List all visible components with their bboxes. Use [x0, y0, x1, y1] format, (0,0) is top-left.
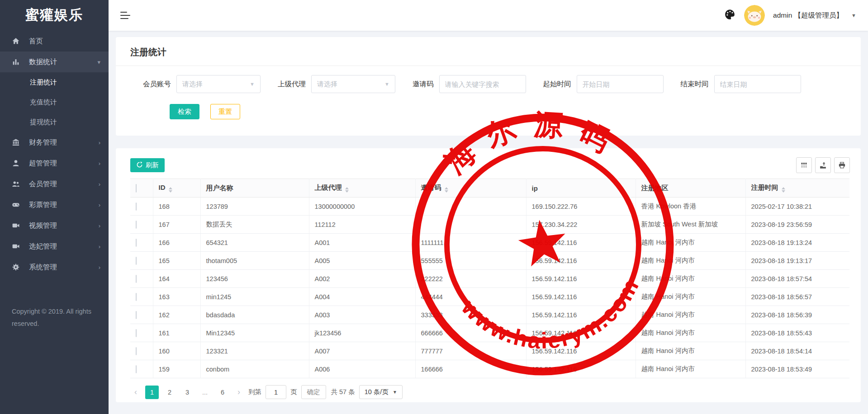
- sidebar-item[interactable]: 系统管理›: [0, 257, 109, 278]
- sidebar-subitem[interactable]: 提现统计: [0, 112, 109, 132]
- row-checkbox[interactable]: [136, 275, 137, 283]
- table-cell: 160: [153, 342, 200, 360]
- registrations-table: ID用户名称上级代理邀请码ip注册地区注册时间 1681237891300000…: [130, 179, 849, 378]
- export-button[interactable]: [815, 157, 831, 173]
- sidebar-item[interactable]: 会员管理›: [0, 174, 109, 194]
- table-cell: 167: [153, 216, 200, 234]
- sidebar: 蜜獾娱乐 首页数据统计▾注册统计充值统计提现统计财务管理›超管管理›会员管理›彩…: [0, 0, 109, 414]
- column-header: 用户名称: [200, 179, 309, 198]
- table-cell: 168: [153, 198, 200, 216]
- table-cell: 越南 Hanoi 河内市: [636, 360, 745, 378]
- row-checkbox[interactable]: [136, 347, 137, 355]
- select-all-checkbox[interactable]: [136, 184, 137, 193]
- sort-icon[interactable]: [345, 187, 349, 193]
- bank-icon: [12, 138, 23, 146]
- sort-icon[interactable]: [445, 187, 448, 193]
- columns-filter-button[interactable]: [796, 157, 812, 173]
- parent-agent-select[interactable]: 请选择▼: [311, 75, 395, 93]
- invite-code-input[interactable]: [439, 75, 526, 93]
- print-button[interactable]: [834, 157, 850, 173]
- row-checkbox[interactable]: [136, 221, 137, 229]
- copyright-text: Copyright © 2019. All rights reserved.: [0, 306, 109, 330]
- sidebar-subitem[interactable]: 充值统计: [0, 92, 109, 112]
- table-cell: 166666: [415, 360, 526, 378]
- theme-palette-icon[interactable]: [724, 9, 736, 22]
- total-count-label: 共 57 条: [331, 388, 355, 396]
- chevron-right-icon: ›: [99, 139, 100, 146]
- table-cell: 1111111: [415, 234, 526, 252]
- row-checkbox[interactable]: [136, 239, 137, 247]
- start-time-input[interactable]: [577, 75, 664, 93]
- table-cell: A007: [309, 342, 415, 360]
- page-button[interactable]: 6: [216, 386, 229, 399]
- goto-label: 到第: [248, 388, 261, 396]
- reset-button[interactable]: 重置: [210, 104, 240, 119]
- table-cell: 555555: [415, 252, 526, 270]
- refresh-button[interactable]: 刷新: [130, 158, 165, 172]
- start-time-filter: 起始时间: [543, 75, 664, 93]
- row-checkbox[interactable]: [136, 329, 137, 337]
- user-avatar[interactable]: [744, 5, 765, 26]
- sidebar-item[interactable]: 数据统计▾: [0, 52, 109, 72]
- page-button[interactable]: 1: [145, 386, 159, 399]
- table-cell: 156.59.142.116: [526, 234, 636, 252]
- table-cell: 2023-08-18 18:54:14: [745, 342, 849, 360]
- confirm-page-button[interactable]: 确定: [301, 385, 326, 399]
- parent-agent-filter: 上级代理请选择▼: [278, 75, 395, 93]
- table-cell: 161: [153, 324, 200, 342]
- search-button[interactable]: 检索: [170, 104, 199, 119]
- chevron-right-icon: ›: [99, 222, 100, 229]
- table-cell: 香港 Kowloon 香港: [636, 198, 745, 216]
- sidebar-item[interactable]: 首页: [0, 31, 109, 52]
- page-button[interactable]: 3: [180, 386, 194, 399]
- sidebar-nav: 首页数据统计▾注册统计充值统计提现统计财务管理›超管管理›会员管理›彩票管理›视…: [0, 31, 109, 278]
- sidebar-item[interactable]: 超管管理›: [0, 153, 109, 174]
- page-title: 注册统计: [116, 37, 861, 66]
- goto-unit-label: 页: [290, 388, 297, 396]
- table-cell: A003: [309, 306, 415, 324]
- menu-toggle-button[interactable]: [120, 9, 131, 21]
- table-row: 164123456A002222222156.59.142.116越南 Hano…: [130, 270, 849, 288]
- table-cell: A005: [309, 252, 415, 270]
- username-label[interactable]: admin 【超级管理员】: [773, 11, 843, 20]
- users-icon: [12, 180, 23, 188]
- sort-icon[interactable]: [782, 187, 785, 193]
- sidebar-item[interactable]: 财务管理›: [0, 132, 109, 153]
- goto-page-input[interactable]: [266, 385, 286, 399]
- caret-down-icon[interactable]: ▼: [851, 13, 856, 18]
- row-checkbox[interactable]: [136, 311, 137, 319]
- table-cell: 169.150.222.76: [526, 198, 636, 216]
- prev-page-button[interactable]: ‹: [130, 387, 141, 397]
- chevron-down-icon: ▾: [97, 59, 100, 66]
- table-cell: 159: [153, 360, 200, 378]
- table-cell: 13000000000: [309, 198, 415, 216]
- end-time-input[interactable]: [714, 75, 801, 93]
- table-cell: 越南 Hanoi 河内市: [636, 324, 745, 342]
- row-checkbox[interactable]: [136, 365, 137, 373]
- sidebar-subitem[interactable]: 注册统计: [0, 72, 109, 92]
- filter-label: 会员账号: [143, 80, 171, 89]
- sidebar-item[interactable]: 视频管理›: [0, 215, 109, 236]
- column-header: 注册地区: [636, 179, 745, 198]
- table-cell: 2023-08-19 23:56:59: [745, 216, 849, 234]
- table-cell: min1245: [200, 288, 309, 306]
- row-checkbox[interactable]: [136, 257, 137, 265]
- table-cell: 2025-02-17 10:38:21: [745, 198, 849, 216]
- table-cell: bdasdada: [200, 306, 309, 324]
- table-cell: A002: [309, 270, 415, 288]
- member-account-select[interactable]: 请选择▼: [176, 75, 261, 93]
- page-button[interactable]: 2: [163, 386, 176, 399]
- column-header: 邀请码: [415, 179, 526, 198]
- row-checkbox[interactable]: [136, 293, 137, 301]
- table-cell: 越南 Hanoi 河内市: [636, 234, 745, 252]
- table-cell: 新加坡 South West 新加坡: [636, 216, 745, 234]
- table-row: 16812378913000000000169.150.222.76香港 Kow…: [130, 198, 849, 216]
- home-icon: [12, 37, 23, 45]
- next-page-button[interactable]: ›: [233, 387, 244, 397]
- row-checkbox[interactable]: [136, 202, 137, 211]
- sidebar-item[interactable]: 选妃管理›: [0, 236, 109, 257]
- per-page-select[interactable]: 10 条/页 ▼: [359, 385, 403, 399]
- sort-icon[interactable]: [169, 187, 172, 193]
- sidebar-item[interactable]: 彩票管理›: [0, 194, 109, 215]
- video-icon: [12, 242, 23, 250]
